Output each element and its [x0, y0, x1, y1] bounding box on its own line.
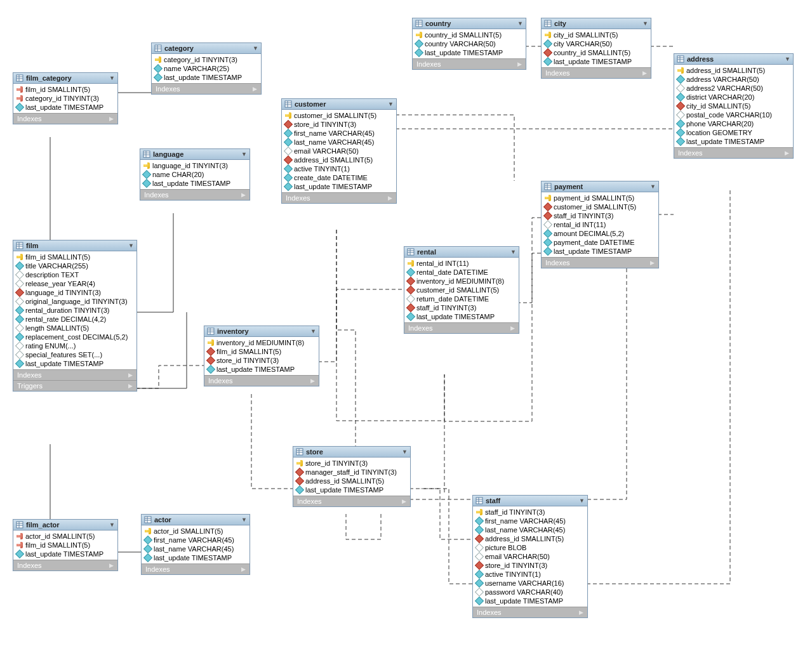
column-row[interactable]: rental_id INT(11)	[543, 220, 657, 229]
indexes-section[interactable]: Indexes▶	[404, 322, 519, 333]
column-row[interactable]: length SMALLINT(5)	[15, 324, 135, 333]
table-header[interactable]: store▼	[293, 447, 410, 458]
column-row[interactable]: last_update TIMESTAMP	[142, 179, 248, 188]
column-row[interactable]: description TEXT	[15, 270, 135, 279]
column-row[interactable]: rating ENUM(...)	[15, 341, 135, 350]
collapse-toggle-icon[interactable]: ▼	[109, 75, 115, 81]
column-row[interactable]: first_name VARCHAR(45)	[143, 536, 248, 544]
column-row[interactable]: last_update TIMESTAMP	[153, 73, 260, 82]
collapse-toggle-icon[interactable]: ▼	[510, 249, 516, 255]
table-film_category[interactable]: film_category▼film_id SMALLINT(5)categor…	[13, 72, 118, 124]
column-row[interactable]: password VARCHAR(40)	[474, 588, 586, 596]
collapse-toggle-icon[interactable]: ▼	[109, 522, 115, 528]
indexes-section[interactable]: Indexes▶	[140, 189, 249, 200]
column-row[interactable]: last_update TIMESTAMP	[15, 359, 135, 368]
table-header[interactable]: address▼	[674, 54, 793, 65]
indexes-section[interactable]: Indexes▶	[674, 147, 793, 158]
column-row[interactable]: name VARCHAR(25)	[153, 64, 260, 73]
column-row[interactable]: actor_id SMALLINT(5)	[15, 532, 116, 541]
column-row[interactable]: customer_id SMALLINT(5)	[406, 286, 517, 294]
column-row[interactable]: original_language_id TINYINT(3)	[15, 297, 135, 306]
table-payment[interactable]: payment▼payment_id SMALLINT(5)customer_i…	[541, 181, 659, 268]
collapse-toggle-icon[interactable]: ▼	[241, 517, 247, 523]
column-row[interactable]: film_id SMALLINT(5)	[15, 85, 116, 94]
column-row[interactable]: actor_id SMALLINT(5)	[143, 527, 248, 536]
column-row[interactable]: last_name VARCHAR(45)	[283, 138, 395, 147]
column-row[interactable]: first_name VARCHAR(45)	[474, 517, 586, 525]
column-row[interactable]: language_id TINYINT(3)	[15, 288, 135, 297]
column-row[interactable]: email VARCHAR(50)	[474, 552, 586, 561]
indexes-section[interactable]: Indexes▶	[413, 58, 526, 69]
column-row[interactable]: customer_id SMALLINT(5)	[543, 202, 657, 211]
column-row[interactable]: release_year YEAR(4)	[15, 279, 135, 288]
table-header[interactable]: language▼	[140, 149, 249, 160]
collapse-toggle-icon[interactable]: ▼	[310, 328, 316, 334]
column-row[interactable]: rental_duration TINYINT(3)	[15, 306, 135, 315]
column-row[interactable]: phone VARCHAR(20)	[675, 119, 792, 128]
indexes-section[interactable]: Indexes▶	[542, 257, 658, 268]
indexes-section[interactable]: Indexes▶	[204, 375, 319, 386]
column-row[interactable]: last_update TIMESTAMP	[143, 553, 248, 562]
column-row[interactable]: postal_code VARCHAR(10)	[675, 110, 792, 119]
indexes-section[interactable]: Indexes▶	[282, 192, 396, 203]
column-row[interactable]: store_id TINYINT(3)	[283, 120, 395, 129]
column-row[interactable]: amount DECIMAL(5,2)	[543, 229, 657, 238]
column-row[interactable]: category_id TINYINT(3)	[15, 94, 116, 103]
indexes-section[interactable]: Indexes▶	[13, 369, 136, 380]
column-row[interactable]: address_id SMALLINT(5)	[283, 155, 395, 164]
column-row[interactable]: replacement_cost DECIMAL(5,2)	[15, 333, 135, 341]
column-row[interactable]: country_id SMALLINT(5)	[543, 48, 649, 57]
table-language[interactable]: language▼language_id TINYINT(3)name CHAR…	[140, 148, 250, 201]
table-film_actor[interactable]: film_actor▼actor_id SMALLINT(5)film_id S…	[13, 519, 118, 571]
table-header[interactable]: film▼	[13, 240, 136, 251]
column-row[interactable]: email VARCHAR(50)	[283, 147, 395, 155]
column-row[interactable]: city_id SMALLINT(5)	[543, 30, 649, 39]
column-row[interactable]: address_id SMALLINT(5)	[675, 66, 792, 75]
column-row[interactable]: staff_id TINYINT(3)	[406, 303, 517, 312]
column-row[interactable]: last_update TIMESTAMP	[15, 103, 116, 112]
column-row[interactable]: location GEOMETRY	[675, 128, 792, 137]
table-staff[interactable]: staff▼staff_id TINYINT(3)first_name VARC…	[472, 495, 588, 618]
table-category[interactable]: category▼category_id TINYINT(3)name VARC…	[151, 43, 262, 95]
collapse-toggle-icon[interactable]: ▼	[402, 449, 408, 455]
table-address[interactable]: address▼address_id SMALLINT(5)address VA…	[674, 53, 794, 159]
column-row[interactable]: return_date DATETIME	[406, 294, 517, 303]
column-row[interactable]: film_id SMALLINT(5)	[206, 347, 317, 356]
column-row[interactable]: rental_date DATETIME	[406, 268, 517, 277]
table-header[interactable]: country▼	[413, 18, 526, 29]
table-header[interactable]: payment▼	[542, 181, 658, 192]
column-row[interactable]: film_id SMALLINT(5)	[15, 541, 116, 550]
column-row[interactable]: city VARCHAR(50)	[543, 39, 649, 48]
column-row[interactable]: language_id TINYINT(3)	[142, 161, 248, 170]
column-row[interactable]: picture BLOB	[474, 543, 586, 552]
table-header[interactable]: staff▼	[473, 496, 587, 506]
table-header[interactable]: inventory▼	[204, 326, 319, 337]
column-row[interactable]: address VARCHAR(50)	[675, 75, 792, 84]
table-header[interactable]: rental▼	[404, 247, 519, 258]
collapse-toggle-icon[interactable]: ▼	[253, 45, 258, 51]
indexes-section[interactable]: Indexes▶	[142, 563, 249, 574]
indexes-section[interactable]: Indexes▶	[152, 83, 261, 94]
column-row[interactable]: customer_id SMALLINT(5)	[283, 111, 395, 120]
column-row[interactable]: district VARCHAR(20)	[675, 93, 792, 102]
column-row[interactable]: payment_date DATETIME	[543, 238, 657, 247]
collapse-toggle-icon[interactable]: ▼	[785, 56, 790, 62]
table-film[interactable]: film▼film_id SMALLINT(5)title VARCHAR(25…	[13, 240, 137, 392]
column-row[interactable]: last_name VARCHAR(45)	[474, 525, 586, 534]
collapse-toggle-icon[interactable]: ▼	[128, 242, 134, 249]
table-city[interactable]: city▼city_id SMALLINT(5)city VARCHAR(50)…	[541, 18, 651, 79]
table-header[interactable]: film_actor▼	[13, 520, 117, 530]
indexes-section[interactable]: Indexes▶	[13, 113, 117, 124]
column-row[interactable]: film_id SMALLINT(5)	[15, 253, 135, 261]
column-row[interactable]: last_update TIMESTAMP	[206, 365, 317, 374]
column-row[interactable]: last_update TIMESTAMP	[406, 312, 517, 321]
table-country[interactable]: country▼country_id SMALLINT(5)country VA…	[412, 18, 526, 70]
indexes-section[interactable]: Indexes▶	[293, 496, 410, 506]
collapse-toggle-icon[interactable]: ▼	[642, 20, 648, 27]
column-row[interactable]: country_id SMALLINT(5)	[414, 30, 524, 39]
column-row[interactable]: last_update TIMESTAMP	[15, 550, 116, 558]
column-row[interactable]: rental_id INT(11)	[406, 259, 517, 268]
column-row[interactable]: special_features SET(...)	[15, 350, 135, 359]
column-row[interactable]: last_update TIMESTAMP	[543, 57, 649, 66]
column-row[interactable]: manager_staff_id TINYINT(3)	[295, 468, 409, 477]
